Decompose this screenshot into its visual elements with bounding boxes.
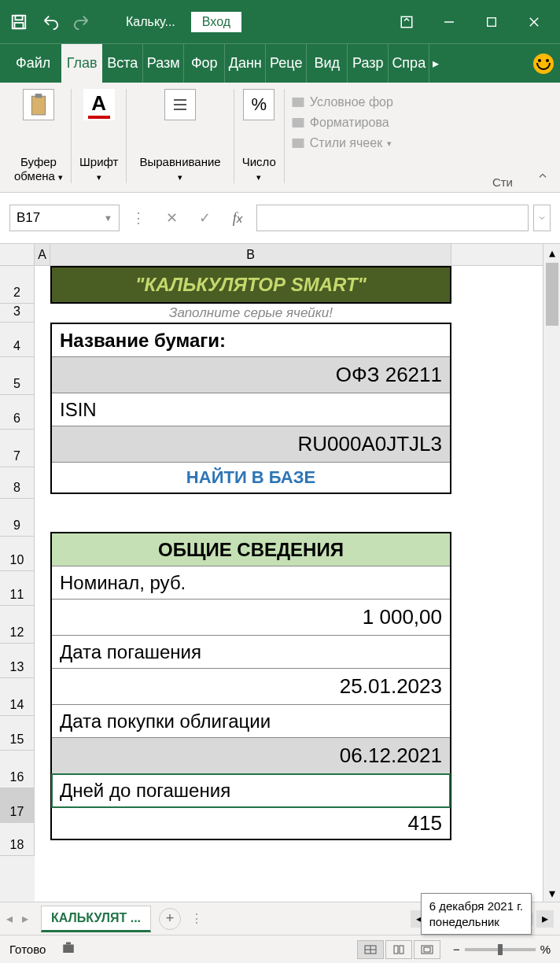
- vertical-scrollbar[interactable]: ▴ ▾: [543, 266, 560, 902]
- formula-input[interactable]: [256, 205, 529, 231]
- row-header[interactable]: 11: [0, 571, 35, 606]
- number-group[interactable]: % Число▾: [234, 89, 285, 183]
- format-as-table-button[interactable]: Форматирова: [291, 113, 557, 133]
- find-in-database-link[interactable]: НАЙТИ В БАЗЕ: [52, 463, 450, 493]
- row-header[interactable]: 3: [0, 304, 35, 323]
- minimize-button[interactable]: [429, 0, 469, 43]
- svg-rect-22: [400, 946, 403, 954]
- svg-rect-17: [66, 943, 71, 945]
- cell-styles-button[interactable]: Стили ячеек ▾: [291, 133, 557, 153]
- column-header-a[interactable]: A: [35, 244, 50, 265]
- zoom-percent[interactable]: %: [540, 943, 551, 956]
- bond-name-value[interactable]: ОФЗ 26211: [52, 357, 450, 393]
- sign-in-button[interactable]: Вход: [191, 12, 241, 32]
- row-header[interactable]: 13: [0, 644, 35, 678]
- tabs-overflow-button[interactable]: ▸: [429, 56, 442, 71]
- row-headers: 2 3 4 5 6 7 8 9 10 11 12 13 14 15 16 17 …: [0, 266, 35, 902]
- tab-home[interactable]: Глав: [61, 44, 102, 83]
- insert-function-button[interactable]: fx: [223, 205, 252, 231]
- title-bar: Кальку... Вход: [0, 0, 560, 43]
- days-to-maturity-label[interactable]: Дней до погашения: [52, 774, 450, 807]
- feedback-icon[interactable]: [533, 54, 554, 74]
- row-header[interactable]: 6: [0, 395, 35, 430]
- normal-view-button[interactable]: [357, 940, 384, 959]
- undo-button[interactable]: [38, 9, 63, 35]
- sheet-prev-button[interactable]: ◂: [6, 911, 13, 926]
- ribbon-options-button[interactable]: [387, 0, 426, 43]
- hscroll-right-button[interactable]: ▸: [536, 910, 554, 928]
- add-sheet-button[interactable]: +: [159, 908, 181, 930]
- maximize-button[interactable]: [472, 0, 511, 43]
- row-header[interactable]: 17: [0, 788, 35, 823]
- svg-rect-21: [394, 946, 398, 954]
- expand-formula-bar-button[interactable]: [533, 205, 551, 231]
- sheet-tab-separator: ⋮: [190, 911, 203, 926]
- svg-rect-5: [488, 17, 496, 26]
- purchase-date-value[interactable]: 06.12.2021: [52, 738, 450, 774]
- tab-review[interactable]: Реце: [266, 44, 307, 83]
- close-button[interactable]: [514, 0, 554, 43]
- zoom-out-button[interactable]: −: [453, 943, 460, 956]
- cells-area[interactable]: "КАЛЬКУЛЯТОР SMART" Заполните серые ячей…: [35, 266, 451, 902]
- tab-view[interactable]: Вид: [307, 44, 348, 83]
- paste-icon: [23, 89, 54, 120]
- status-ready: Готово: [9, 943, 46, 956]
- column-header-b[interactable]: B: [50, 244, 451, 265]
- sheet-nav: ◂ ▸: [6, 911, 41, 926]
- svg-rect-15: [292, 138, 304, 148]
- row-header[interactable]: 16: [0, 751, 35, 788]
- nominal-label: Номинал, руб.: [52, 566, 450, 600]
- scroll-thumb[interactable]: [546, 266, 558, 326]
- formula-bar: B17 ▼ ⋮ ✕ ✓ fx: [0, 193, 560, 244]
- select-all-corner[interactable]: [0, 244, 35, 265]
- ribbon-tabs: Файл Глав Вста Разм Фор Данн Реце Вид Ра…: [0, 43, 560, 83]
- zoom-slider[interactable]: [465, 948, 536, 951]
- document-title: Кальку...: [126, 15, 175, 29]
- sheet-tab-active[interactable]: КАЛЬКУЛЯТ ...: [41, 906, 151, 932]
- row-header[interactable]: 12: [0, 606, 35, 644]
- zoom-control[interactable]: − + %: [453, 943, 551, 956]
- collapse-ribbon-button[interactable]: [536, 170, 549, 186]
- tab-formulas[interactable]: Фор: [184, 44, 225, 83]
- status-bar: Готово − + %: [0, 935, 560, 963]
- row-header[interactable]: 8: [0, 467, 35, 499]
- row-header[interactable]: 7: [0, 430, 35, 467]
- isin-value[interactable]: RU000A0JTJL3: [52, 426, 450, 463]
- row-header[interactable]: 14: [0, 678, 35, 716]
- redo-button[interactable]: [69, 9, 94, 35]
- row-header[interactable]: 5: [0, 357, 35, 395]
- spreadsheet-grid: A B 2 3 4 5 6 7 8 9 10 11 12 13 14 15 16…: [0, 244, 560, 902]
- macros-icon[interactable]: [61, 941, 76, 957]
- row-header[interactable]: 18: [0, 823, 35, 856]
- clipboard-group[interactable]: Буфер обмена ▾: [6, 89, 72, 183]
- tab-help[interactable]: Спра: [389, 44, 429, 83]
- tooltip-weekday: понедельник: [429, 914, 523, 930]
- name-box-dropdown-icon: ▼: [104, 213, 112, 223]
- scroll-down-button[interactable]: ▾: [549, 884, 555, 902]
- name-box[interactable]: B17 ▼: [9, 205, 120, 231]
- row-header[interactable]: 10: [0, 537, 35, 571]
- tab-developer[interactable]: Разр: [348, 44, 389, 83]
- row-header[interactable]: 4: [0, 323, 35, 357]
- page-break-view-button[interactable]: [414, 940, 440, 959]
- page-layout-view-button[interactable]: [385, 940, 412, 959]
- row-header[interactable]: 9: [0, 499, 35, 537]
- font-group[interactable]: A Шрифт▾: [72, 89, 127, 183]
- row-header[interactable]: 2: [0, 266, 35, 304]
- nominal-value: 1 000,00: [52, 600, 450, 636]
- sheet-next-button[interactable]: ▸: [22, 911, 28, 926]
- cancel-formula-button[interactable]: ✕: [157, 205, 186, 231]
- save-button[interactable]: [6, 9, 31, 35]
- number-label: Число▾: [242, 155, 276, 183]
- cell-reference: B17: [17, 210, 40, 226]
- confirm-formula-button[interactable]: ✓: [190, 205, 219, 231]
- row-header[interactable]: 15: [0, 716, 35, 751]
- tab-data[interactable]: Данн: [225, 44, 266, 83]
- tab-insert[interactable]: Вста: [102, 44, 143, 83]
- tab-layout[interactable]: Разм: [143, 44, 184, 83]
- conditional-format-button[interactable]: Условное фор: [291, 92, 557, 113]
- font-icon: A: [83, 89, 115, 120]
- tab-file[interactable]: Файл: [13, 44, 61, 83]
- alignment-group[interactable]: Выравнивание▾: [127, 89, 234, 183]
- percent-icon: %: [243, 89, 274, 120]
